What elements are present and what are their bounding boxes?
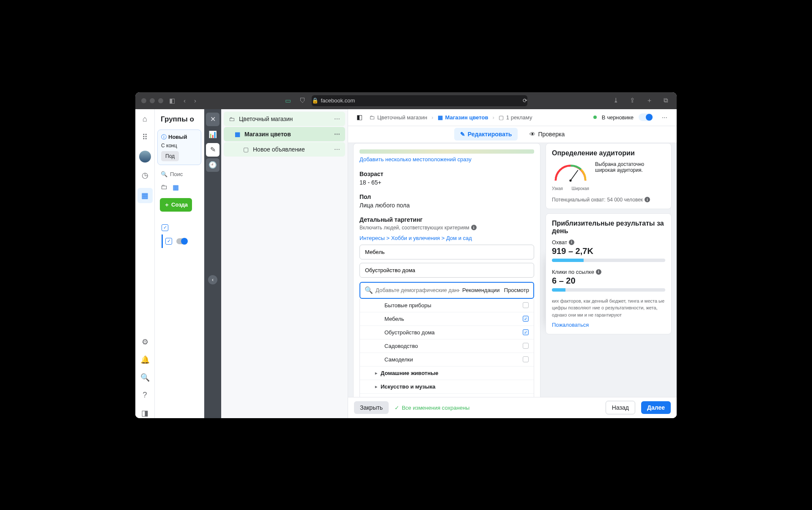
info-icon[interactable]: i bbox=[569, 240, 574, 245]
status-dot bbox=[593, 116, 597, 119]
toggle[interactable] bbox=[176, 238, 187, 244]
audience-card: Определение аудитории УзкаяШирокая Выбра… bbox=[546, 143, 672, 209]
page-title: Группы о bbox=[157, 113, 201, 125]
clicks-bar bbox=[552, 288, 665, 292]
tree-campaign[interactable]: 🗀 Цветочный магазин ⋯ bbox=[224, 112, 345, 126]
download-icon[interactable]: ⤓ bbox=[611, 96, 621, 105]
interest-search[interactable]: 🔍 Рекомендации Просмотр bbox=[359, 282, 534, 299]
browse-link[interactable]: Просмотр bbox=[504, 287, 529, 293]
checkbox[interactable]: ✓ bbox=[523, 329, 529, 335]
clicks-value: 6 – 20 bbox=[552, 276, 665, 286]
dd-option[interactable]: Самоделки bbox=[360, 353, 534, 367]
dd-category[interactable]: ▸Искусство и музыка bbox=[360, 380, 534, 394]
gauge-meter: УзкаяШирокая bbox=[552, 161, 589, 191]
tracker-icon[interactable]: ▭ bbox=[283, 97, 294, 105]
nav-fwd-icon[interactable]: › bbox=[192, 97, 199, 104]
tab-edit[interactable]: ✎Редактировать bbox=[454, 128, 518, 141]
reload-icon[interactable]: ⟳ bbox=[523, 97, 527, 104]
pencil-icon[interactable]: ✎ bbox=[206, 143, 219, 157]
interest-pill[interactable]: Мебель bbox=[359, 245, 534, 259]
caret-right-icon: ▸ bbox=[375, 371, 377, 375]
more-icon[interactable]: ⋯ bbox=[334, 146, 340, 153]
new-tab-icon[interactable]: ＋ bbox=[644, 96, 655, 105]
gender-label: Пол bbox=[359, 193, 534, 200]
crumb-campaign[interactable]: 🗀Цветочный магазин bbox=[369, 114, 427, 121]
window-controls[interactable] bbox=[141, 98, 163, 103]
max-dot[interactable] bbox=[158, 98, 163, 103]
close-icon[interactable]: ✕ bbox=[206, 113, 219, 126]
url-bar[interactable]: 🔒 facebook.com ⟳ bbox=[312, 95, 527, 106]
chart-icon[interactable]: 📊 bbox=[206, 128, 219, 141]
interest-pill[interactable]: Обустройство дома bbox=[359, 263, 534, 278]
bell-icon[interactable]: 🔔 bbox=[140, 355, 150, 365]
browser-titlebar: ◧ ‹ › ▭ ⛉ 🔒 facebook.com ⟳ ⤓ ⇪ ＋ ⧉ bbox=[135, 92, 677, 109]
more-icon[interactable]: ⋯ bbox=[334, 131, 340, 138]
interest-breadcrumb[interactable]: Интересы > Хобби и увлечения > Дом и сад bbox=[359, 235, 534, 241]
share-icon[interactable]: ⇪ bbox=[627, 96, 638, 105]
folder-icon[interactable]: 🗀 bbox=[161, 183, 167, 191]
more-icon[interactable]: ⋯ bbox=[334, 116, 340, 122]
tab-review[interactable]: 👁Проверка bbox=[524, 128, 571, 141]
info-icon[interactable]: i bbox=[471, 225, 477, 230]
dd-option[interactable]: Бытовые приборы bbox=[360, 299, 534, 312]
avatar[interactable] bbox=[139, 151, 151, 163]
search-campaigns[interactable]: 🔍 Поис bbox=[157, 171, 201, 177]
checkbox[interactable]: ✓ bbox=[523, 316, 529, 322]
ad-icon: ▢ bbox=[499, 114, 504, 121]
back-button[interactable]: Назад bbox=[606, 401, 635, 414]
publish-toggle[interactable] bbox=[639, 113, 653, 121]
search-rail-icon[interactable]: 🔍 bbox=[140, 372, 150, 383]
checkbox[interactable]: ✓ bbox=[165, 238, 172, 245]
info-card-button[interactable]: Под bbox=[161, 151, 179, 161]
panel-toggle-icon[interactable]: ◧ bbox=[354, 113, 365, 121]
more-icon[interactable]: ⋯ bbox=[658, 111, 671, 124]
next-button[interactable]: Далее bbox=[641, 401, 671, 414]
checkbox[interactable] bbox=[523, 343, 529, 349]
caret-right-icon: ▸ bbox=[375, 384, 377, 389]
pencil-icon: ✎ bbox=[460, 131, 465, 138]
close-button[interactable]: Закрыть bbox=[354, 401, 389, 414]
tabs-icon[interactable]: ⧉ bbox=[661, 96, 671, 105]
close-dot[interactable] bbox=[141, 98, 146, 103]
dd-category[interactable]: ▸Домашние животные bbox=[360, 367, 534, 380]
create-button[interactable]: ＋ Созда bbox=[160, 198, 192, 212]
interest-search-input[interactable] bbox=[373, 287, 462, 293]
grid-icon[interactable]: ⠿ bbox=[140, 132, 150, 142]
report-link[interactable]: Пожаловаться bbox=[552, 322, 589, 328]
help-icon[interactable]: ? bbox=[140, 390, 150, 400]
shield-icon[interactable]: ⛉ bbox=[297, 97, 308, 104]
gauge-icon[interactable]: ◷ bbox=[140, 170, 150, 180]
tab-bar: ✎Редактировать 👁Проверка bbox=[348, 126, 677, 143]
add-locations-link[interactable]: Добавить несколько местоположений сразу bbox=[359, 156, 472, 163]
crumb-ad[interactable]: ▢1 рекламу bbox=[499, 114, 532, 121]
checkbox[interactable] bbox=[523, 302, 529, 308]
grid-blue-icon[interactable]: ▦ bbox=[173, 183, 179, 191]
check-icon: ✓ bbox=[395, 405, 399, 411]
dd-option[interactable]: Обустройство дома✓ bbox=[360, 326, 534, 339]
dd-option[interactable]: Садоводство bbox=[360, 339, 534, 353]
crumb-adset[interactable]: ▦Магазин цветов bbox=[438, 114, 488, 121]
status-badge: В черновике bbox=[602, 114, 634, 121]
checkbox[interactable]: ✓ bbox=[162, 224, 168, 231]
tree-adset[interactable]: ▦ Магазин цветов ⋯ bbox=[224, 127, 345, 141]
panel-icon[interactable]: ◨ bbox=[140, 408, 150, 418]
gear-icon[interactable]: ⚙ bbox=[140, 337, 150, 347]
table-row[interactable]: ✓ bbox=[162, 234, 197, 248]
collapse-icon[interactable]: ‹ bbox=[208, 275, 217, 284]
nav-back-icon[interactable]: ‹ bbox=[181, 97, 188, 104]
min-dot[interactable] bbox=[150, 98, 155, 103]
info-icon[interactable]: i bbox=[596, 269, 601, 275]
audience-heading: Определение аудитории bbox=[552, 149, 665, 157]
dd-option[interactable]: Мебель✓ bbox=[360, 312, 534, 326]
checkbox[interactable] bbox=[523, 356, 529, 362]
table-row[interactable]: ✓ bbox=[162, 221, 197, 234]
dd-category[interactable]: ▸Политика и социальные проблемы bbox=[360, 394, 534, 397]
tree-ad[interactable]: ▢ Новое объявление ⋯ bbox=[224, 142, 345, 157]
clock-icon[interactable]: 🕘 bbox=[206, 158, 219, 172]
ads-table-icon[interactable]: ▦ bbox=[137, 188, 153, 203]
recommendations-link[interactable]: Рекомендации bbox=[462, 287, 500, 293]
sidebar-toggle-icon[interactable]: ◧ bbox=[167, 97, 178, 105]
info-icon[interactable]: i bbox=[645, 197, 650, 202]
results-heading: Приблизительные результаты за день bbox=[552, 220, 665, 235]
home-icon[interactable]: ⌂ bbox=[140, 114, 150, 124]
